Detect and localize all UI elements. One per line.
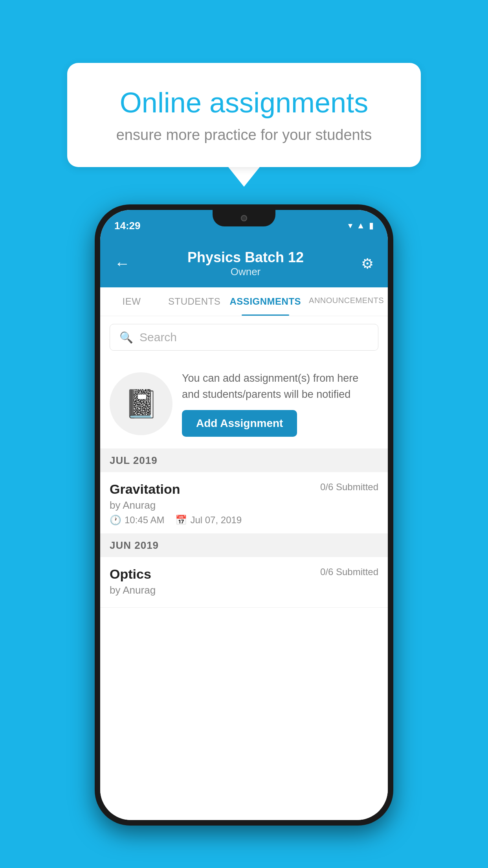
assignment-row-top: Gravitation 0/6 Submitted (110, 482, 378, 497)
assignment-date: Jul 07, 2019 (190, 515, 242, 526)
assignment-time: 10:45 AM (125, 515, 164, 526)
header-title: Physics Batch 12 (130, 249, 361, 266)
search-icon: 🔍 (119, 331, 133, 344)
content-area: 🔍 Search 📓 You can add assignment(s) fro… (100, 316, 388, 820)
status-icons: ▾ ▲ ▮ (348, 221, 374, 231)
phone-mockup: 14:29 ▾ ▲ ▮ ← Physics Batch 12 Owner ⚙ (95, 204, 393, 826)
search-placeholder: Search (139, 331, 177, 344)
section-header-jun: JUN 2019 (100, 534, 388, 557)
battery-icon: ▮ (369, 221, 374, 231)
speech-bubble-section: Online assignments ensure more practice … (67, 63, 421, 187)
assignment-author: by Anurag (110, 499, 378, 511)
assignment-author-optics: by Anurag (110, 584, 378, 596)
assignment-row-top-2: Optics 0/6 Submitted (110, 566, 378, 582)
calendar-icon: 📅 (175, 515, 187, 526)
promo-icon-circle: 📓 (110, 372, 172, 435)
phone-outer: 14:29 ▾ ▲ ▮ ← Physics Batch 12 Owner ⚙ (95, 204, 393, 826)
tab-announcements[interactable]: ANNOUNCEMENTS (305, 287, 388, 316)
header-subtitle: Owner (130, 266, 361, 278)
promo-description: You can add assignment(s) from here and … (182, 370, 378, 402)
section-header-jul: JUL 2019 (100, 449, 388, 472)
tab-students[interactable]: STUDENTS (163, 287, 226, 316)
assignment-submitted-optics: 0/6 Submitted (320, 566, 378, 577)
wifi-icon: ▾ (348, 221, 352, 231)
status-bar: 14:29 ▾ ▲ ▮ (100, 210, 388, 241)
header-center: Physics Batch 12 Owner (130, 249, 361, 278)
tab-iew[interactable]: IEW (100, 287, 163, 316)
bubble-title: Online assignments (99, 86, 389, 119)
status-time: 14:29 (114, 220, 141, 232)
bubble-tail (228, 167, 260, 187)
assignment-name: Gravitation (110, 482, 180, 497)
tabs-bar: IEW STUDENTS ASSIGNMENTS ANNOUNCEMENTS (100, 287, 388, 316)
tab-assignments[interactable]: ASSIGNMENTS (226, 287, 305, 316)
notebook-icon: 📓 (124, 388, 158, 420)
phone-screen: 14:29 ▾ ▲ ▮ ← Physics Batch 12 Owner ⚙ (100, 210, 388, 820)
promo-text-area: You can add assignment(s) from here and … (182, 370, 378, 437)
assignment-submitted: 0/6 Submitted (320, 482, 378, 493)
meta-time: 🕐 10:45 AM (110, 515, 164, 526)
meta-date: 📅 Jul 07, 2019 (175, 515, 242, 526)
bubble-subtitle: ensure more practice for your students (99, 127, 389, 143)
clock-icon: 🕐 (110, 515, 121, 526)
promo-section: 📓 You can add assignment(s) from here an… (100, 359, 388, 449)
notch (213, 210, 275, 226)
assignment-item-gravitation[interactable]: Gravitation 0/6 Submitted by Anurag 🕐 10… (100, 472, 388, 534)
back-button[interactable]: ← (114, 255, 130, 272)
assignment-meta: 🕐 10:45 AM 📅 Jul 07, 2019 (110, 515, 378, 526)
add-assignment-button[interactable]: Add Assignment (182, 410, 297, 437)
speech-bubble-card: Online assignments ensure more practice … (67, 63, 421, 167)
search-container: 🔍 Search (100, 316, 388, 359)
assignment-item-optics[interactable]: Optics 0/6 Submitted by Anurag (100, 557, 388, 608)
settings-button[interactable]: ⚙ (361, 256, 374, 272)
app-header: ← Physics Batch 12 Owner ⚙ (100, 241, 388, 287)
signal-icon: ▲ (356, 221, 365, 231)
camera-dot (241, 215, 247, 221)
assignment-name-optics: Optics (110, 566, 151, 582)
search-bar[interactable]: 🔍 Search (110, 324, 378, 351)
